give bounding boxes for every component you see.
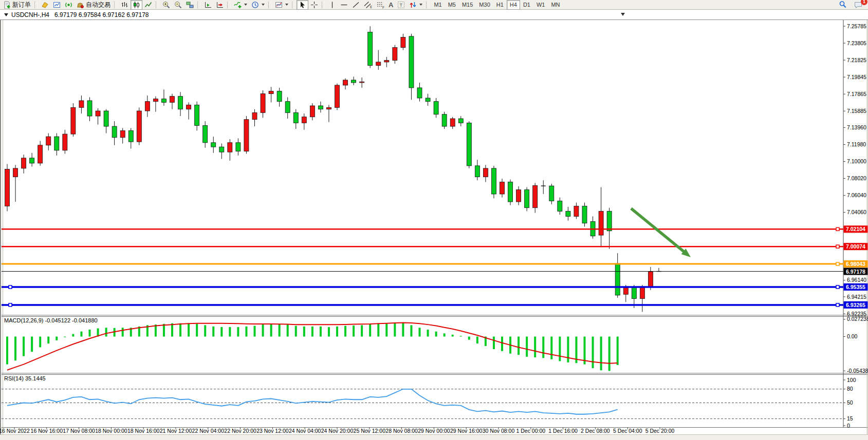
zoom-out-button[interactable]: [172, 0, 184, 10]
signals-icon: [65, 1, 72, 9]
price-tick-label: 7.13960: [847, 124, 866, 130]
chart-shift-button[interactable]: [214, 0, 226, 10]
collapse-icon[interactable]: [4, 13, 8, 16]
candle-body: [632, 288, 636, 299]
price-tick-label: 7.19845: [847, 74, 866, 80]
macd-bar: [122, 328, 124, 336]
line-handle[interactable]: [836, 285, 839, 289]
macd-bar: [476, 337, 478, 344]
templates-button[interactable]: [273, 0, 290, 10]
new-order-button[interactable]: 新订单: [1, 0, 33, 10]
text-label-button[interactable]: T: [395, 0, 407, 10]
candle-body: [623, 288, 628, 294]
arrows-button[interactable]: [407, 0, 424, 10]
horizontal-line-button[interactable]: [338, 0, 350, 10]
line-chart-icon: [144, 1, 152, 9]
candle-body: [607, 211, 612, 231]
timeframe-w1[interactable]: W1: [533, 0, 548, 10]
bar-chart-button[interactable]: [119, 0, 131, 10]
chart-shift-icon: [216, 1, 224, 9]
candle-body: [112, 126, 117, 138]
chart-symbol: USDCNH-,H4: [11, 11, 49, 18]
line-handle[interactable]: [836, 245, 839, 248]
price-tag-label: 6.93265: [846, 302, 865, 308]
crosshair-button[interactable]: [308, 0, 320, 10]
timeframe-m1[interactable]: M1: [431, 0, 445, 10]
metaeditor-button[interactable]: [39, 0, 51, 10]
line-handle[interactable]: [9, 303, 12, 307]
timeframe-m15[interactable]: M15: [459, 0, 476, 10]
text-button[interactable]: A: [386, 0, 395, 10]
macd-bar: [419, 328, 421, 336]
line-handle[interactable]: [836, 262, 839, 265]
periods-button[interactable]: [249, 0, 267, 10]
tile-windows-button[interactable]: [184, 0, 196, 10]
candle-body: [599, 211, 603, 235]
candle-body: [128, 130, 133, 142]
trendline-button[interactable]: [350, 0, 362, 10]
candlestick-chart-button[interactable]: [131, 0, 142, 10]
candle-body: [269, 91, 273, 94]
macd-bar: [23, 337, 25, 356]
indicators-button[interactable]: [232, 0, 249, 10]
macd-bar: [550, 337, 552, 359]
macd-bar: [402, 322, 404, 336]
line-handle[interactable]: [836, 227, 839, 231]
candle-body: [500, 182, 505, 194]
macd-bar: [212, 327, 214, 337]
auto-scroll-button[interactable]: [202, 0, 214, 10]
signals-button[interactable]: [63, 0, 75, 10]
line-handle[interactable]: [836, 303, 839, 307]
candle-body: [96, 111, 100, 116]
macd-tick-label: 0.027238: [847, 316, 868, 322]
timeframe-m5[interactable]: M5: [445, 0, 459, 10]
macd-bar: [617, 337, 619, 365]
timeframe-mn[interactable]: MN: [548, 0, 563, 10]
fibonacci-button[interactable]: F: [374, 0, 386, 10]
dropdown-caret: [419, 4, 422, 6]
time-tick-label: 1 Dec 00:00: [516, 428, 545, 434]
candle-body: [450, 119, 455, 126]
candle-body: [71, 107, 76, 134]
candle-body: [475, 166, 479, 177]
candle-body: [343, 80, 348, 85]
candle-body: [360, 82, 364, 83]
cursor-button[interactable]: [297, 0, 308, 10]
line-chart-button[interactable]: [142, 0, 154, 10]
candle-body: [38, 145, 43, 163]
time-tick-label: 21 Nov 12:00: [160, 428, 192, 434]
macd-bar: [14, 337, 16, 361]
notification-badge: 1: [861, 0, 867, 5]
candle-body: [261, 94, 265, 113]
search-button[interactable]: [837, 0, 849, 10]
timeframe-h1[interactable]: H1: [493, 0, 507, 10]
macd-bar: [410, 325, 412, 336]
candle-body: [211, 143, 216, 147]
new-chart-button[interactable]: [51, 0, 63, 10]
templates-icon: [275, 1, 283, 9]
candle-body: [574, 206, 579, 216]
auto-trading-button[interactable]: 自动交易: [75, 0, 113, 10]
macd-bar: [72, 334, 74, 337]
candle-body: [30, 158, 34, 163]
macd-bar: [353, 326, 355, 337]
horizontal-line-icon: [340, 1, 348, 9]
candle-body: [640, 286, 644, 298]
time-tick-label: 29 Nov 00:00: [418, 428, 450, 434]
candle-body: [491, 168, 496, 194]
candle-body: [352, 80, 356, 83]
timeframe-d1[interactable]: D1: [520, 0, 533, 10]
time-tick-label: 28 Nov 08:00: [385, 428, 418, 434]
chart-canvas[interactable]: 7.257857.238057.218257.198457.178657.158…: [0, 0, 868, 440]
channel-button[interactable]: E: [362, 0, 374, 10]
clock-icon: [251, 1, 259, 9]
metaeditor-icon: [41, 1, 49, 9]
notifications-button[interactable]: 1: [852, 0, 865, 10]
timeframe-h4[interactable]: H4: [507, 0, 520, 10]
vertical-line-button[interactable]: [326, 0, 338, 10]
line-handle[interactable]: [9, 285, 12, 289]
timeframe-m30[interactable]: M30: [476, 0, 493, 10]
zoom-in-button[interactable]: [160, 0, 172, 10]
toolbar-grip: [227, 2, 230, 8]
time-tick-label: 16 Nov 2022: [0, 428, 30, 434]
